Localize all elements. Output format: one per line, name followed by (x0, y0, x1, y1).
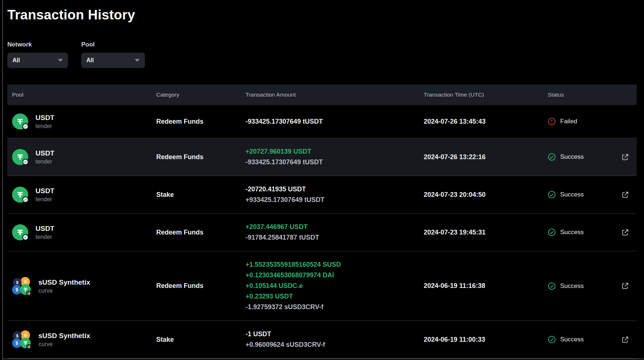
pool-platform: tender (35, 122, 55, 130)
pool-filter-select[interactable]: All (81, 53, 145, 68)
network-filter-label: Network (7, 41, 68, 48)
curve-pool-icon: $ $ (12, 330, 31, 349)
link-cell (614, 152, 637, 162)
amount-line: -933425.17307649 tUSDT (246, 116, 424, 127)
tender-badge-icon (22, 196, 29, 203)
status-cell: Success (548, 335, 614, 344)
status-label: Success (560, 336, 584, 343)
usdt-coin-icon (12, 113, 28, 130)
pool-text: sUSD Synthetix curve (38, 278, 90, 295)
usdt-coin-icon (12, 224, 28, 240)
pool-filter: Pool All (81, 41, 145, 68)
amount-line: +2037.446967 USDT (246, 222, 424, 232)
network-filter: Network All (7, 41, 68, 68)
pool-name: sUSD Synthetix (38, 278, 90, 287)
table-row[interactable]: $ $ sUSD Synthetix curve Redeem Funds +1… (7, 251, 637, 320)
success-icon (548, 282, 556, 290)
usdt-coin-icon (12, 187, 28, 203)
amount-cell: +1.552353559185160524 SUSD +0.1230346530… (246, 259, 424, 312)
status-cell: Success (548, 191, 614, 199)
pool-name: sUSD Synthetix (38, 331, 90, 340)
link-cell (614, 281, 637, 291)
usdt-coin-icon (12, 149, 28, 165)
status-label: Success (560, 191, 584, 198)
category-cell: Redeem Funds (156, 118, 246, 125)
pool-name: USDT (35, 186, 55, 195)
external-link-icon[interactable] (621, 152, 630, 162)
amount-line: -1 USDT (246, 329, 424, 340)
status-cell: Success (548, 153, 614, 161)
pool-cell: USDT tender (7, 224, 156, 241)
pool-platform: tender (35, 233, 55, 241)
pool-platform: curve (38, 287, 90, 295)
external-link-icon[interactable] (621, 335, 630, 344)
link-cell (614, 228, 637, 237)
pool-name: USDT (35, 149, 55, 158)
status-label: Success (560, 282, 584, 290)
status-label: Failed (560, 118, 577, 125)
time-cell: 2024-06-19 11:16:38 (424, 282, 548, 290)
pool-platform: tender (35, 195, 55, 203)
amount-cell: -1 USDT +0.96009624 sUSD3CRV-f (246, 329, 424, 350)
external-link-icon[interactable] (621, 190, 630, 199)
category-cell: Redeem Funds (156, 153, 246, 161)
amount-line: -1.92759372 sUSD3CRV-f (246, 302, 424, 312)
pool-text: USDT tender (35, 186, 55, 203)
filters-bar: Network All Pool All (7, 41, 637, 68)
external-link-icon[interactable] (621, 281, 630, 291)
header-category: Category (156, 91, 246, 98)
category-cell: Stake (156, 191, 246, 199)
header-transaction-amount: Transaction Amount (246, 91, 424, 98)
pool-name: USDT (35, 113, 55, 122)
header-transaction-time: Transaction Time (UTC) (424, 91, 548, 98)
pool-text: sUSD Synthetix curve (38, 331, 90, 348)
success-icon (548, 335, 556, 344)
success-icon (548, 228, 556, 236)
success-icon (548, 191, 556, 199)
table-row[interactable]: USDT tender Redeem Funds -933425.1730764… (7, 105, 637, 138)
table-row[interactable]: USDT tender Stake -20720.41935 USDT +933… (7, 176, 637, 213)
category-cell: Redeem Funds (156, 282, 246, 290)
table-row[interactable]: USDT tender Redeem Funds +20727.960139 U… (7, 138, 637, 176)
pool-text: USDT tender (35, 224, 55, 241)
pool-text: USDT tender (35, 149, 55, 165)
table-row[interactable]: $ $ sUSD Synthetix curve Stake -1 USDT +… (7, 320, 637, 359)
time-cell: 2024-07-23 19:45:31 (424, 229, 548, 236)
amount-line: +0.123034653068079974 DAI (246, 270, 424, 281)
chevron-down-icon (135, 59, 140, 62)
amount-line: +0.23293 USDT (246, 291, 424, 302)
pool-filter-label: Pool (81, 41, 145, 48)
external-link-icon[interactable] (621, 228, 630, 237)
transaction-history-page: Transaction History Network All Pool All… (0, 0, 644, 359)
curve-badge-icon (26, 291, 31, 296)
amount-line: -91784.25841787 tUSDT (246, 232, 424, 243)
time-cell: 2024-06-19 11:00:33 (424, 336, 548, 344)
amount-cell: -933425.17307649 tUSDT (246, 116, 424, 127)
amount-line: +0.105144 USDC.e (246, 281, 424, 291)
pool-filter-value: All (86, 57, 94, 64)
time-cell: 2024-07-26 13:45:43 (424, 118, 548, 125)
amount-line: -20720.41935 USDT (246, 184, 424, 195)
amount-cell: -20720.41935 USDT +933425.17307649 tUSDT (246, 184, 424, 205)
pool-cell: USDT tender (7, 149, 156, 165)
network-filter-select[interactable]: All (7, 53, 68, 68)
amount-line: +20727.960139 USDT (246, 146, 424, 157)
table-row[interactable]: USDT tender Redeem Funds +2037.446967 US… (7, 213, 637, 251)
link-cell (614, 190, 637, 199)
network-filter-value: All (12, 57, 20, 64)
pool-cell: $ $ sUSD Synthetix curve (7, 277, 156, 295)
pool-cell: $ $ sUSD Synthetix curve (7, 330, 156, 349)
amount-line: +1.552353559185160524 SUSD (246, 259, 424, 270)
pool-platform: tender (35, 158, 55, 165)
pool-cell: USDT tender (7, 113, 156, 130)
status-cell: Failed (548, 117, 614, 125)
time-cell: 2024-07-26 13:22:16 (424, 153, 548, 161)
chevron-down-icon (58, 59, 63, 62)
category-cell: Redeem Funds (156, 229, 246, 236)
transactions-table: Pool Category Transaction Amount Transac… (7, 85, 637, 359)
link-cell (614, 335, 637, 344)
table-header: Pool Category Transaction Amount Transac… (7, 85, 637, 105)
time-cell: 2024-07-23 20:04:50 (424, 191, 548, 199)
curve-pool-icon: $ $ (12, 277, 31, 295)
status-cell: Success (548, 282, 614, 290)
